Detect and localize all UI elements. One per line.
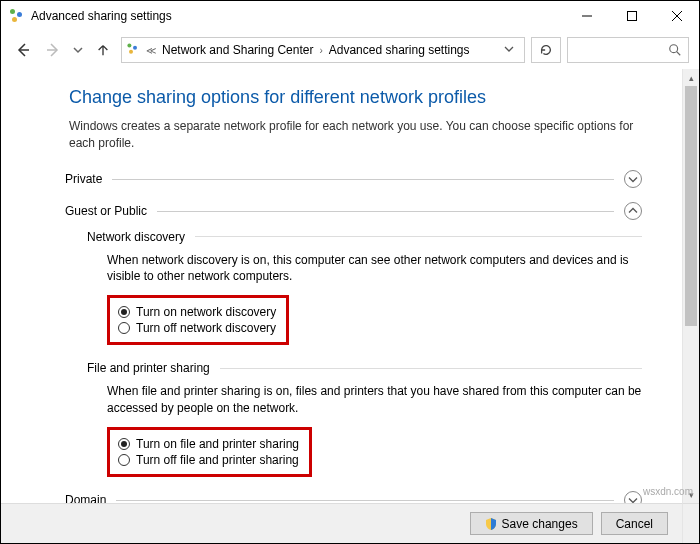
up-button[interactable] xyxy=(91,38,115,62)
scrollbar-corner xyxy=(682,503,699,543)
file-printer-desc: When file and printer sharing is on, fil… xyxy=(107,383,642,417)
section-private: Private xyxy=(69,170,642,188)
back-button[interactable] xyxy=(11,38,35,62)
radio-nd-on-label: Turn on network discovery xyxy=(136,305,276,319)
section-guest-label: Guest or Public xyxy=(65,204,147,218)
title-bar: Advanced sharing settings xyxy=(1,1,699,31)
section-domain-label: Domain xyxy=(65,493,106,503)
svg-point-6 xyxy=(670,45,678,53)
radio-icon xyxy=(118,454,130,466)
chevron-icon[interactable]: ≪ xyxy=(146,45,156,56)
breadcrumb-seg-2[interactable]: Advanced sharing settings xyxy=(327,43,472,57)
section-guest-public: Guest or Public Network discovery When n… xyxy=(69,202,642,477)
network-discovery-desc: When network discovery is on, this compu… xyxy=(107,252,642,286)
radio-icon xyxy=(118,306,130,318)
radio-fp-on[interactable]: Turn on file and printer sharing xyxy=(118,436,299,452)
watermark: wsxdn.com xyxy=(643,486,693,497)
svg-line-7 xyxy=(677,52,681,56)
footer: Save changes Cancel xyxy=(1,503,682,543)
section-domain: Domain xyxy=(69,491,642,503)
control-panel-icon xyxy=(126,42,142,58)
subsection-network-discovery: Network discovery When network discovery… xyxy=(87,230,642,346)
search-input[interactable] xyxy=(567,37,689,63)
scroll-thumb[interactable] xyxy=(685,86,697,326)
cancel-label: Cancel xyxy=(616,517,653,531)
window-title: Advanced sharing settings xyxy=(31,9,564,23)
subsection-file-printer: File and printer sharing When file and p… xyxy=(87,361,642,477)
scroll-up-button[interactable]: ▴ xyxy=(683,69,699,86)
maximize-button[interactable] xyxy=(609,1,654,31)
file-printer-header: File and printer sharing xyxy=(87,361,210,375)
vertical-scrollbar[interactable]: ▴ ▾ xyxy=(682,69,699,503)
section-private-label: Private xyxy=(65,172,102,186)
save-changes-label: Save changes xyxy=(502,517,578,531)
network-discovery-radio-group: Turn on network discovery Turn off netwo… xyxy=(107,295,289,345)
radio-fp-off[interactable]: Turn off file and printer sharing xyxy=(118,452,299,468)
radio-fp-off-label: Turn off file and printer sharing xyxy=(136,453,299,467)
save-changes-button[interactable]: Save changes xyxy=(470,512,593,535)
chevron-icon[interactable]: › xyxy=(319,45,322,56)
recent-button[interactable] xyxy=(71,38,85,62)
page-title: Change sharing options for different net… xyxy=(69,87,642,108)
refresh-button[interactable] xyxy=(531,37,561,63)
app-icon xyxy=(9,8,25,24)
network-discovery-header: Network discovery xyxy=(87,230,185,244)
collapse-guest-button[interactable] xyxy=(624,202,642,220)
shield-icon xyxy=(485,518,497,530)
radio-nd-on[interactable]: Turn on network discovery xyxy=(118,304,276,320)
svg-rect-1 xyxy=(627,12,636,21)
breadcrumb[interactable]: ≪ Network and Sharing Center › Advanced … xyxy=(121,37,525,63)
content-area: Change sharing options for different net… xyxy=(1,69,682,503)
radio-icon xyxy=(118,438,130,450)
forward-button[interactable] xyxy=(41,38,65,62)
close-button[interactable] xyxy=(654,1,699,31)
radio-nd-off-label: Turn off network discovery xyxy=(136,321,276,335)
scroll-track[interactable] xyxy=(683,86,699,486)
breadcrumb-dropdown[interactable] xyxy=(498,43,520,57)
radio-fp-on-label: Turn on file and printer sharing xyxy=(136,437,299,451)
page-intro: Windows creates a separate network profi… xyxy=(69,118,642,152)
minimize-button[interactable] xyxy=(564,1,609,31)
search-icon xyxy=(668,43,682,57)
radio-nd-off[interactable]: Turn off network discovery xyxy=(118,320,276,336)
cancel-button[interactable]: Cancel xyxy=(601,512,668,535)
breadcrumb-seg-1[interactable]: Network and Sharing Center xyxy=(160,43,315,57)
window-controls xyxy=(564,1,699,31)
expand-private-button[interactable] xyxy=(624,170,642,188)
radio-icon xyxy=(118,322,130,334)
nav-bar: ≪ Network and Sharing Center › Advanced … xyxy=(1,31,699,69)
file-printer-radio-group: Turn on file and printer sharing Turn of… xyxy=(107,427,312,477)
expand-domain-button[interactable] xyxy=(624,491,642,503)
